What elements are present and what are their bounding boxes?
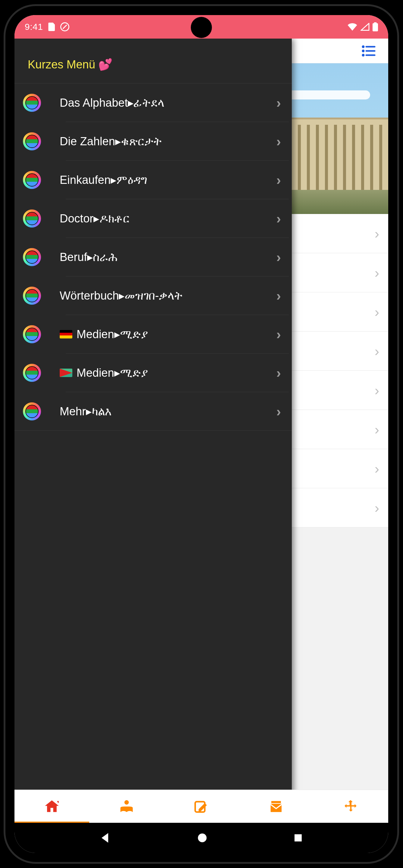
battery-icon: [373, 22, 378, 31]
tab-home[interactable]: [14, 790, 89, 823]
flag-de-icon: [60, 330, 72, 338]
svg-rect-0: [373, 23, 378, 31]
chevron-right-icon: ›: [274, 287, 283, 304]
menu-item-label: Wörterbuch▸መዝገበ-ቃላት: [60, 289, 274, 303]
menu-item-label: Medien▸ሚድያ: [60, 366, 274, 380]
nav-back-button[interactable]: [100, 832, 112, 844]
wifi-icon: [347, 23, 358, 31]
menu-item-icon: [23, 325, 41, 343]
signal-icon: [361, 23, 370, 31]
svg-rect-11: [294, 834, 302, 841]
system-nav-bar: [14, 823, 388, 853]
chevron-right-icon: ›: [274, 403, 283, 420]
chevron-right-icon: ›: [375, 382, 379, 398]
menu-item-label: Einkaufen▸ምዕዳግ: [60, 173, 274, 187]
dnd-icon: [60, 22, 69, 31]
tab-edit[interactable]: [164, 790, 239, 823]
menu-item-label: Medien▸ሚድያ: [60, 328, 274, 341]
svg-point-2: [363, 46, 364, 47]
list-view-icon[interactable]: [361, 45, 376, 57]
status-time: 9:41: [25, 22, 43, 32]
tab-move[interactable]: [313, 790, 388, 823]
chevron-right-icon: ›: [375, 421, 379, 438]
menu-item-icon: [23, 287, 41, 305]
menu-item-icon: [23, 248, 41, 266]
tab-inbox[interactable]: [239, 790, 313, 823]
menu-item-icon: [23, 402, 41, 421]
menu-item-label: Beruf▸ስራሕ: [60, 250, 274, 264]
chevron-right-icon: ›: [375, 461, 379, 477]
menu-item[interactable]: Mehr▸ካልእ›: [14, 392, 292, 431]
menu-item-icon: [23, 132, 41, 150]
nav-recent-button[interactable]: [293, 833, 303, 843]
chevron-right-icon: ›: [274, 133, 283, 150]
chevron-right-icon: ›: [375, 304, 379, 320]
chevron-right-icon: ›: [274, 210, 283, 227]
chevron-right-icon: ›: [375, 343, 379, 359]
chevron-right-icon: ›: [274, 326, 283, 342]
menu-item[interactable]: Beruf▸ስራሕ›: [14, 238, 292, 276]
chevron-right-icon: ›: [375, 265, 379, 281]
menu-item-icon: [23, 364, 41, 382]
menu-item-label: Mehr▸ካልእ: [60, 405, 274, 418]
drawer-menu-list: Das Alphabet▸ፊትደላ›Die Zahlen▸ቁጽርታት›Einka…: [14, 84, 292, 431]
menu-item[interactable]: Die Zahlen▸ቁጽርታት›: [14, 122, 292, 161]
chevron-right-icon: ›: [274, 365, 283, 381]
svg-point-10: [198, 834, 207, 842]
camera-notch: [191, 17, 212, 38]
svg-point-6: [363, 55, 364, 56]
chevron-right-icon: ›: [274, 249, 283, 265]
tab-learn[interactable]: [89, 790, 164, 823]
menu-item[interactable]: Medien▸ሚድያ›: [14, 353, 292, 392]
menu-item[interactable]: Doctor▸ዶክቶር›: [14, 199, 292, 238]
menu-item[interactable]: Das Alphabet▸ፊትደላ›: [14, 84, 292, 122]
menu-item[interactable]: Medien▸ሚድያ›: [14, 315, 292, 353]
bottom-tab-bar: [14, 789, 388, 823]
menu-item-icon: [23, 171, 41, 189]
menu-item-icon: [23, 94, 41, 112]
side-drawer: Kurzes Menü 💕 Das Alphabet▸ፊትደላ›Die Zahl…: [14, 38, 292, 823]
svg-point-4: [363, 50, 364, 52]
sd-card-icon: [48, 23, 55, 31]
chevron-right-icon: ›: [274, 95, 283, 111]
svg-point-8: [124, 800, 129, 805]
drawer-title: Kurzes Menü 💕: [14, 38, 292, 84]
menu-item[interactable]: Wörterbuch▸መዝገበ-ቃላት›: [14, 276, 292, 315]
menu-item-label: Die Zahlen▸ቁጽርታት: [60, 135, 274, 148]
menu-item[interactable]: Einkaufen▸ምዕዳግ›: [14, 161, 292, 199]
flag-er-icon: [60, 369, 72, 377]
menu-item-label: Doctor▸ዶክቶር: [60, 212, 274, 225]
nav-home-button[interactable]: [197, 832, 208, 843]
chevron-right-icon: ›: [274, 172, 283, 188]
svg-rect-1: [374, 22, 377, 24]
menu-item-icon: [23, 210, 41, 227]
chevron-right-icon: ›: [375, 225, 379, 242]
chevron-right-icon: ›: [375, 500, 379, 516]
menu-item-label: Das Alphabet▸ፊትደላ: [60, 96, 274, 110]
